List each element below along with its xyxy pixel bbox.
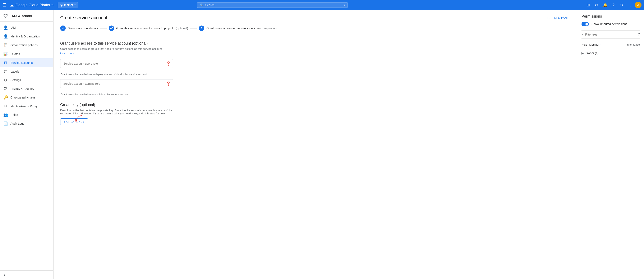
sidebar-item-label: Service accounts xyxy=(10,61,33,64)
sidebar-item-label: Roles xyxy=(10,113,18,116)
info-panel-title: Permissions xyxy=(582,14,640,18)
step-3: 3 Grant users access to this service acc… xyxy=(199,26,276,31)
quotas-icon: 📊 xyxy=(3,52,8,56)
admins-role-input-wrap: ❓ xyxy=(60,79,173,88)
content-area: Create service account HIDE INFO PANEL S… xyxy=(54,10,577,279)
sidebar-item-labels[interactable]: 🏷 Labels xyxy=(0,67,53,76)
permissions-row-owner: ▶ Owner (1) xyxy=(582,50,640,56)
iam-icon: 👤 xyxy=(3,25,8,30)
sidebar-item-audit-logs[interactable]: 📄 Audit Logs xyxy=(0,119,53,128)
step-1: Service account details xyxy=(60,26,98,31)
sidebar-item-cryptographic-keys[interactable]: 🔑 Cryptographic keys xyxy=(0,93,53,102)
top-navigation: ☰ ☁ Google Cloud Platform ◉ testbot ▾ 🔍 … xyxy=(0,0,644,10)
identity-aware-proxy-icon: 🖥 xyxy=(3,104,8,108)
sort-icon: ↑ xyxy=(600,43,602,46)
sidebar-item-label: IAM xyxy=(10,26,16,29)
admins-role-input[interactable] xyxy=(60,79,173,88)
sidebar: 🛡 IAM & admin 👤 IAM 👤 Identity & Organiz… xyxy=(0,10,54,279)
step-3-circle: 3 xyxy=(199,26,204,31)
sidebar-item-label: Audit Logs xyxy=(10,122,24,125)
apps-icon[interactable]: ⊞ xyxy=(584,1,592,9)
role-member-column-header[interactable]: Role / Member ↑ xyxy=(582,43,602,46)
avatar[interactable]: A xyxy=(635,2,642,8)
step-2: Grant this service account access to pro… xyxy=(109,26,188,31)
role-member-label: Role / Member xyxy=(582,43,599,46)
stepper: Service account details Grant this servi… xyxy=(60,26,570,35)
collapse-icon: ◂ xyxy=(3,273,5,276)
hamburger-menu-icon[interactable]: ☰ xyxy=(2,2,6,8)
sidebar-item-label: Labels xyxy=(10,70,19,73)
brand-name: Google Cloud Platform xyxy=(16,3,54,7)
sidebar-collapse-button[interactable]: ◂ xyxy=(0,270,53,279)
sidebar-item-label: Identity-Aware Proxy xyxy=(10,104,38,108)
sidebar-item-settings[interactable]: ⚙ Settings xyxy=(0,76,53,84)
project-selector[interactable]: ◉ testbot ▾ xyxy=(58,2,78,8)
help-icon[interactable]: ? xyxy=(610,1,617,9)
app-layout: 🛡 IAM & admin 👤 IAM 👤 Identity & Organiz… xyxy=(0,10,644,279)
crypto-keys-icon: 🔑 xyxy=(3,95,8,100)
info-panel: Permissions Show inherited permissions ≡… xyxy=(577,10,644,279)
sidebar-item-roles[interactable]: 👥 Roles xyxy=(0,110,53,119)
step-2-circle xyxy=(109,26,114,31)
users-role-description: Grant users the permissions to deploy jo… xyxy=(60,73,570,76)
sidebar-title: IAM & admin xyxy=(10,14,32,18)
sidebar-item-label: Quotas xyxy=(10,52,20,56)
users-role-input[interactable] xyxy=(60,59,173,68)
filter-tree-input[interactable] xyxy=(585,33,636,36)
learn-more-link[interactable]: Learn more xyxy=(60,52,74,55)
grant-users-title: Grant users access to this service accou… xyxy=(60,41,570,46)
identity-org-icon: 👤 xyxy=(3,34,8,39)
grant-users-description: Grant access to users or groups that nee… xyxy=(60,47,570,50)
sidebar-item-identity-aware-proxy[interactable]: 🖥 Identity-Aware Proxy xyxy=(0,102,53,110)
grant-users-section: Grant users access to this service accou… xyxy=(60,41,570,96)
sidebar-item-privacy-security[interactable]: 🛡 Privacy & Security xyxy=(0,84,53,93)
sidebar-item-label: Settings xyxy=(10,78,21,82)
key-section-title: Create key (optional) xyxy=(60,103,570,107)
sidebar-nav: 👤 IAM 👤 Identity & Organization 📋 Organi… xyxy=(0,22,53,270)
step-3-optional: (optional) xyxy=(264,26,276,30)
key-section-description: Download a file that contains the privat… xyxy=(60,109,173,115)
sidebar-item-identity-org[interactable]: 👤 Identity & Organization xyxy=(0,32,53,41)
project-icon: ◉ xyxy=(60,3,63,7)
expand-icon[interactable]: ▶ xyxy=(582,52,584,55)
admins-role-help-icon[interactable]: ❓ xyxy=(166,81,170,86)
search-bar[interactable]: 🔍 ▾ xyxy=(197,2,348,8)
org-policies-icon: 📋 xyxy=(3,43,8,48)
toggle-row: Show inherited permissions xyxy=(582,22,640,26)
step-2-label: Grant this service account access to pro… xyxy=(116,26,173,30)
create-key-section: Create key (optional) Download a file th… xyxy=(60,103,570,125)
settings-gear-icon[interactable]: ⚙ xyxy=(618,1,626,9)
more-vert-icon[interactable]: ⋮ xyxy=(626,1,634,9)
step-divider-2 xyxy=(190,28,197,28)
audit-logs-icon: 📄 xyxy=(3,121,8,126)
step-1-label: Service account details xyxy=(68,26,98,30)
inherited-permissions-toggle[interactable] xyxy=(582,22,589,26)
permissions-table-header: Role / Member ↑ Inheritance xyxy=(582,41,640,48)
admins-role-description: Grant users the permission to administer… xyxy=(60,93,570,96)
sidebar-header: 🛡 IAM & admin xyxy=(0,10,53,22)
create-key-button-wrap: + CREATE KEY xyxy=(60,118,88,125)
create-key-button[interactable]: + CREATE KEY xyxy=(60,118,88,125)
users-role-input-wrap: ❓ xyxy=(60,59,173,68)
settings-icon: ⚙ xyxy=(3,78,8,82)
sidebar-item-label: Privacy & Security xyxy=(10,87,34,90)
mail-icon[interactable]: ✉ xyxy=(593,1,600,9)
brand-logo: ☁ Google Cloud Platform xyxy=(10,2,54,8)
toggle-label: Show inherited permissions xyxy=(592,22,627,26)
nav-icons: ⊞ ✉ 🔔 ? ⚙ ⋮ A xyxy=(584,1,642,9)
hide-info-panel-button[interactable]: HIDE INFO PANEL xyxy=(546,16,570,20)
service-accounts-icon: ⊟ xyxy=(3,60,8,65)
sidebar-item-quotas[interactable]: 📊 Quotas xyxy=(0,50,53,58)
search-dropdown-icon: ▾ xyxy=(344,3,345,7)
sidebar-item-label: Organization policies xyxy=(10,44,38,47)
step-2-optional: (optional) xyxy=(176,26,188,30)
users-role-help-icon[interactable]: ❓ xyxy=(166,61,170,66)
iam-shield-icon: 🛡 xyxy=(3,14,8,19)
sidebar-item-org-policies[interactable]: 📋 Organization policies xyxy=(0,41,53,50)
sidebar-item-iam[interactable]: 👤 IAM xyxy=(0,23,53,32)
privacy-security-icon: 🛡 xyxy=(3,86,8,91)
filter-help-icon[interactable]: ? xyxy=(638,33,640,36)
search-input[interactable] xyxy=(205,3,344,7)
sidebar-item-service-accounts[interactable]: ⊟ Service accounts xyxy=(0,58,53,67)
notifications-bell-icon[interactable]: 🔔 xyxy=(601,1,609,9)
